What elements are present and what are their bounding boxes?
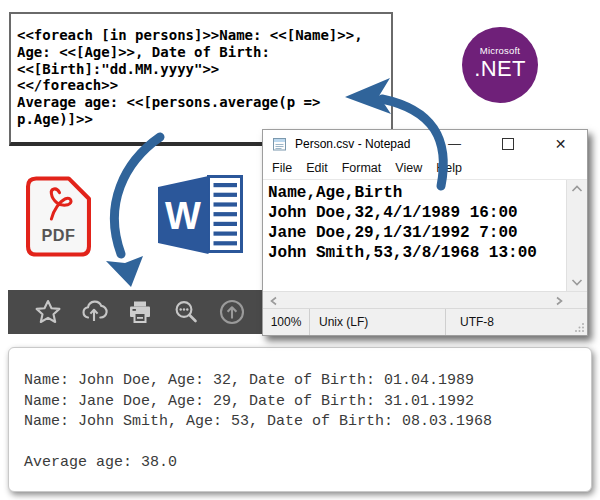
menu-format[interactable]: Format (335, 161, 389, 175)
scroll-left-arrow-icon[interactable] (270, 296, 278, 306)
word-file-icon: W (155, 172, 245, 261)
code-line: Age: <<[Age]>>, Date of Birth: (17, 44, 391, 61)
output-line (24, 433, 591, 454)
notepad-app-icon (271, 135, 288, 152)
status-zoom: 100% (263, 315, 309, 329)
code-line: Average age: <<[persons.average(p => (17, 94, 391, 111)
menu-file[interactable]: File (265, 161, 299, 175)
scroll-up-icon[interactable] (218, 298, 246, 326)
scroll-right-arrow-icon[interactable] (555, 296, 563, 306)
output-line: Name: Jane Doe, Age: 29, Date of Birth: … (24, 392, 591, 413)
rendered-output-panel: Name: John Doe, Age: 32, Date of Birth: … (8, 347, 592, 492)
code-line: <<foreach [in persons]>>Name: <<[Name]>>… (17, 27, 391, 44)
dotnet-logo-brand: Microsoft (462, 45, 538, 56)
cloud-upload-icon[interactable] (80, 298, 108, 326)
template-code-text: <<foreach [in persons]>>Name: <<[Name]>>… (11, 14, 391, 128)
maximize-button[interactable] (481, 130, 534, 157)
menu-edit[interactable]: Edit (299, 161, 335, 175)
menu-view[interactable]: View (388, 161, 429, 175)
notepad-text-area[interactable]: Name,Age,Birth John Doe,32,4/1/1989 16:0… (263, 180, 566, 291)
pdf-label: PDF (41, 226, 75, 244)
maximize-icon (502, 138, 514, 150)
csv-line: John Doe,32,4/1/1989 16:00 (268, 203, 566, 223)
pdf-icon: PDF (26, 176, 91, 257)
output-line: Name: John Doe, Age: 32, Date of Birth: … (24, 371, 591, 392)
window-title: Person.csv - Notepad (295, 137, 428, 151)
print-icon[interactable] (126, 298, 154, 326)
word-icon: W (155, 172, 245, 257)
scroll-up-arrow-icon[interactable] (571, 185, 583, 193)
code-line: p.Age)]>> (17, 111, 391, 128)
close-button[interactable]: ✕ (534, 130, 587, 157)
notepad-titlebar[interactable]: Person.csv - Notepad — ✕ (263, 130, 587, 157)
notepad-window: Person.csv - Notepad — ✕ File Edit Forma… (262, 129, 588, 336)
status-encoding: UTF-8 (446, 315, 587, 329)
word-letter: W (165, 195, 201, 237)
menu-help[interactable]: Help (429, 161, 469, 175)
notepad-statusbar: 100% Unix (LF) UTF-8 (263, 308, 587, 335)
scroll-down-arrow-icon[interactable] (571, 278, 583, 286)
status-line-ending: Unix (LF) (310, 315, 445, 329)
output-line: Name: John Smith, Age: 53, Date of Birth… (24, 412, 591, 433)
pdf-file-icon: PDF (26, 176, 91, 261)
notepad-menubar: File Edit Format View Help (263, 157, 587, 179)
csv-line: Jane Doe,29,1/31/1992 7:00 (268, 223, 566, 243)
dotnet-logo: Microsoft .NET (462, 27, 538, 103)
code-line: <</foreach>> (17, 77, 391, 94)
dotnet-logo-name: .NET (462, 56, 538, 82)
csv-line: John Smith,53,3/8/1968 13:00 (268, 243, 566, 263)
star-icon[interactable] (34, 298, 62, 326)
vertical-scrollbar[interactable] (566, 180, 587, 291)
minimize-button[interactable]: — (428, 130, 481, 157)
output-line: Average age: 38.0 (24, 453, 591, 474)
zoom-search-icon[interactable] (172, 298, 200, 326)
resize-grip-icon[interactable] (574, 322, 585, 333)
code-line: <<[Birth]:"dd.MM.yyyy">> (17, 61, 391, 78)
arrow-template-to-printer (106, 137, 160, 287)
csv-line: Name,Age,Birth (268, 183, 566, 203)
horizontal-scrollbar[interactable] (263, 291, 587, 308)
template-code-panel: <<foreach [in persons]>>Name: <<[Name]>>… (9, 12, 393, 146)
